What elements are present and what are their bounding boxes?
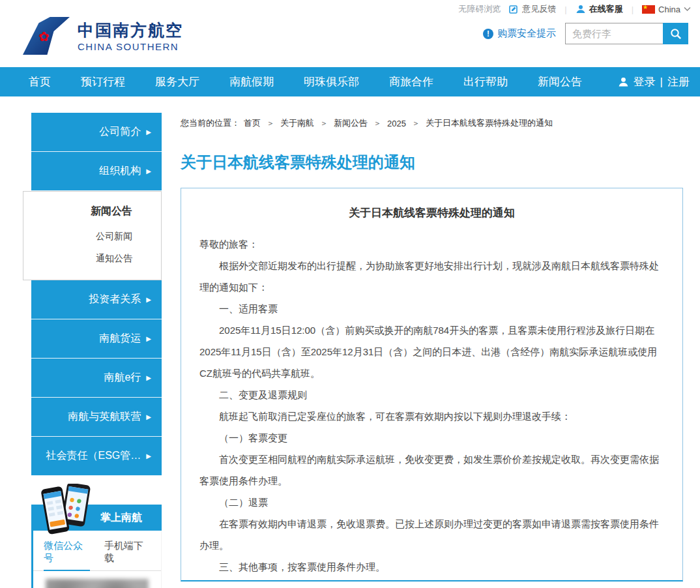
breadcrumb-home[interactable]: 首页	[244, 117, 261, 129]
main-nav: 首页 预订行程 服务大厅 南航假期 明珠俱乐部 商旅合作 出行帮助 新闻公告 登…	[0, 67, 700, 96]
arrow-right-icon: ▶	[146, 296, 151, 303]
topbar-divider: |	[632, 5, 634, 14]
online-service-label: 在线客服	[589, 3, 623, 15]
login-divider: |	[660, 76, 663, 89]
online-service-icon	[576, 4, 586, 14]
login-link[interactable]: 登录	[634, 74, 656, 89]
sidebar-item-organization[interactable]: 组织机构 ▶	[31, 152, 162, 191]
nav-item-corporate-travel[interactable]: 商旅合作	[389, 74, 433, 89]
nav-item-home[interactable]: 首页	[29, 74, 51, 89]
nav-item-travel-help[interactable]: 出行帮助	[463, 74, 508, 89]
article-title: 关于日本航线客票特殊处理的通知	[199, 205, 664, 220]
search-icon	[669, 27, 682, 40]
article-box: 关于日本航线客票特殊处理的通知 尊敬的旅客： 根据外交部近期发布的出行提醒，为协…	[181, 188, 683, 581]
article-paragraph: 根据外交部近期发布的出行提醒，为协助旅客更好地安排出行计划，现就涉及南航日本航线…	[199, 255, 664, 298]
breadcrumb-2025[interactable]: 2025	[387, 119, 406, 128]
alert-icon: !	[483, 29, 493, 39]
topbar-divider: |	[564, 5, 566, 14]
login-zone: 登录 | 注册	[618, 67, 690, 96]
sidebar-item-investor-relations[interactable]: 投资者关系 ▶	[31, 280, 162, 319]
feedback-label: 意见反馈	[522, 3, 556, 15]
sidebar: 公司简介 ▶ 组织机构 ▶ 新闻公告 公司新闻 通知公告 投资者关系 ▶ 南航货…	[31, 113, 162, 588]
breadcrumb: 您当前的位置： 首页 ＞ 关于南航 ＞ 新闻公告 ＞ 2025 ＞ 关于日本航线…	[181, 117, 683, 129]
sidebar-item-company-profile[interactable]: 公司简介 ▶	[31, 113, 162, 152]
article-paragraph: 三、其他事项，按客票使用条件办理。	[199, 556, 664, 578]
china-flag-icon: ★	[642, 5, 655, 14]
article-paragraph: 尊敬的旅客：	[199, 233, 664, 255]
top-utility-bar: 无障碍浏览 意见反馈 | 在线客服 | ★ China	[0, 0, 700, 18]
user-icon	[618, 76, 629, 87]
breadcrumb-current: 关于日本航线客票特殊处理的通知	[426, 117, 553, 129]
accessibility-link[interactable]: 无障碍浏览	[458, 3, 501, 15]
sidebar-subitem-notices[interactable]: 通知公告	[23, 247, 161, 269]
nav-item-holidays[interactable]: 南航假期	[229, 74, 274, 89]
logo-english-name: CHINA SOUTHERN	[78, 41, 183, 52]
arrow-right-icon: ▶	[146, 413, 151, 420]
chevron-down-icon	[684, 7, 691, 12]
nav-item-sky-pearl-club[interactable]: 明珠俱乐部	[304, 74, 359, 89]
phones-image	[36, 484, 102, 535]
article-paragraph: 航班起飞前取消已定妥座位的旅客，可在客票有效期内按以下规则办理退改手续：	[199, 405, 664, 427]
nav-item-service-hall[interactable]: 服务大厅	[155, 74, 199, 89]
ticket-safety-tip-label: 购票安全提示	[497, 27, 556, 40]
arrow-right-icon: ▶	[146, 452, 151, 460]
tab-app-download[interactable]: 手机端下载	[104, 540, 151, 570]
breadcrumb-separator: ＞	[320, 118, 328, 129]
page: 无障碍浏览 意见反馈 | 在线客服 | ★ China ✿	[0, 0, 700, 588]
wechat-qr-code-image	[46, 579, 149, 588]
online-service-link[interactable]: 在线客服	[576, 3, 623, 15]
region-label: China	[658, 5, 680, 14]
article-paragraph: 一、适用客票	[199, 298, 664, 319]
sidebar-item-news-active[interactable]: 新闻公告	[23, 205, 161, 218]
nav-item-news[interactable]: 新闻公告	[538, 74, 582, 89]
sidebar-item-esg[interactable]: 社会责任（ESG管… ▶	[31, 437, 162, 476]
ticket-safety-tip-link[interactable]: ! 购票安全提示	[483, 27, 556, 40]
nav-item-booking[interactable]: 预订行程	[81, 74, 125, 89]
feedback-link[interactable]: 意见反馈	[509, 3, 556, 15]
article-paragraph: 在客票有效期内申请退票，免收退票费。已按上述原则办理过变更的客票如申请退票需按客…	[199, 513, 664, 556]
app-panel: 微信公众号 手机端下载	[31, 531, 162, 588]
sidebar-item-e-travel[interactable]: 南航e行 ▶	[31, 359, 162, 398]
register-link[interactable]: 注册	[667, 74, 690, 89]
search-zone: ! 购票安全提示	[483, 23, 688, 44]
region-selector[interactable]: ★ China	[642, 5, 691, 14]
app-tabs: 微信公众号 手机端下载	[33, 540, 161, 571]
article-paragraph: （一）客票变更	[199, 427, 664, 448]
article-paragraph: （二）退票	[199, 492, 664, 513]
sidebar-active-section: 新闻公告 公司新闻 通知公告	[23, 191, 162, 280]
site-header: ✿ 中国南方航空 CHINA SOUTHERN ! 购票安全提示	[0, 18, 700, 67]
logo-text: 中国南方航空 CHINA SOUTHERN	[78, 20, 183, 52]
page-title: 关于日本航线客票特殊处理的通知	[181, 152, 683, 173]
article-paragraph: 二、变更及退票规则	[199, 384, 664, 405]
breadcrumb-news[interactable]: 新闻公告	[334, 117, 368, 129]
article-paragraph: 首次变更至相同航程的南航实际承运航班，免收变更费，如发生票价价差按规定收取。再次…	[199, 448, 664, 492]
arrow-right-icon: ▶	[146, 168, 151, 175]
mobile-app-promo: 掌上南航 微信公众号 手机端下载	[31, 505, 162, 588]
breadcrumb-separator: ＞	[373, 118, 381, 129]
tab-wechat-official[interactable]: 微信公众号	[44, 540, 90, 571]
app-banner-label: 掌上南航	[100, 511, 142, 525]
tail-fin-logo-icon: ✿	[23, 17, 70, 55]
arrow-right-icon: ▶	[146, 374, 151, 381]
sidebar-item-ba-joint-venture[interactable]: 南航与英航联营 ▶	[31, 398, 162, 437]
breadcrumb-separator: ＞	[412, 118, 420, 129]
sidebar-item-cargo[interactable]: 南航货运 ▶	[31, 319, 162, 359]
sidebar-subitem-company-news[interactable]: 公司新闻	[23, 225, 161, 247]
feedback-icon	[509, 5, 519, 14]
breadcrumb-about[interactable]: 关于南航	[280, 117, 314, 129]
logo[interactable]: ✿ 中国南方航空 CHINA SOUTHERN	[23, 17, 183, 55]
arrow-right-icon: ▶	[146, 335, 151, 342]
search-input[interactable]	[565, 23, 663, 44]
search-button[interactable]	[663, 23, 688, 44]
logo-chinese-name: 中国南方航空	[78, 20, 183, 41]
article-paragraph: 2025年11月15日12:00（含）前购买或换开的南航784开头的客票，且客票…	[199, 319, 664, 384]
kapok-flower-icon: ✿	[38, 29, 50, 44]
main-content: 您当前的位置： 首页 ＞ 关于南航 ＞ 新闻公告 ＞ 2025 ＞ 关于日本航线…	[181, 117, 683, 581]
arrow-right-icon: ▶	[146, 128, 151, 136]
breadcrumb-label: 您当前的位置：	[181, 117, 240, 129]
sidebar-submenu: 公司新闻 通知公告	[23, 225, 161, 269]
breadcrumb-separator: ＞	[267, 118, 274, 129]
